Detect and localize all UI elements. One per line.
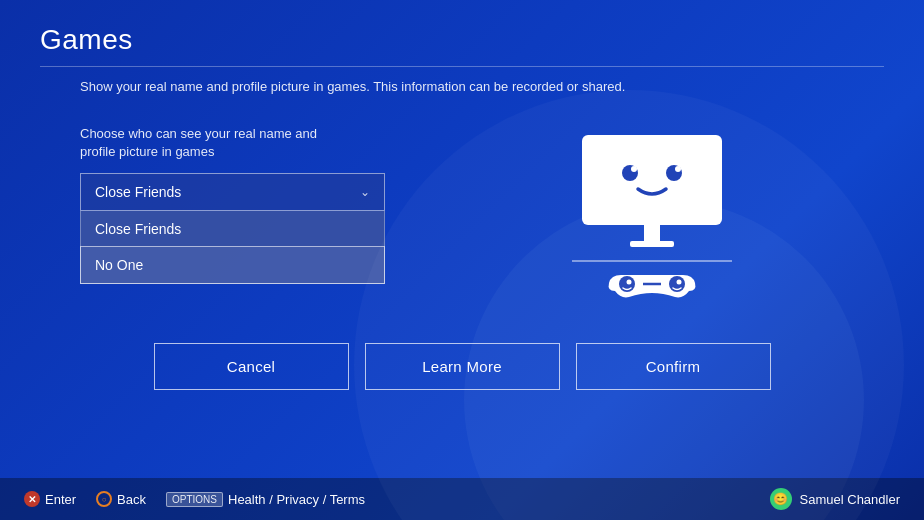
svg-point-11 bbox=[627, 279, 632, 284]
back-control: ○ Back bbox=[96, 491, 146, 507]
svg-rect-7 bbox=[644, 225, 660, 243]
select-value: Close Friends bbox=[95, 184, 181, 200]
illustration bbox=[460, 125, 844, 325]
options-button-icon: OPTIONS bbox=[166, 492, 223, 507]
footer: ✕ Enter ○ Back OPTIONS Health / Privacy … bbox=[0, 478, 924, 520]
select-container: Close Friends ⌄ Close Friends No One bbox=[80, 173, 400, 284]
user-info: 😊 Samuel Chandler bbox=[770, 488, 900, 510]
buttons-row: Cancel Learn More Confirm bbox=[0, 325, 924, 408]
svg-rect-8 bbox=[630, 241, 674, 247]
confirm-button[interactable]: Confirm bbox=[576, 343, 771, 390]
page-title: Games bbox=[0, 0, 924, 66]
dropdown-option-close-friends[interactable]: Close Friends bbox=[81, 211, 384, 247]
svg-point-14 bbox=[677, 279, 682, 284]
svg-point-3 bbox=[631, 166, 637, 172]
svg-rect-1 bbox=[592, 143, 712, 217]
chevron-down-icon: ⌄ bbox=[360, 185, 370, 199]
cross-button-icon: ✕ bbox=[24, 491, 40, 507]
select-dropdown: Close Friends No One bbox=[80, 211, 385, 284]
enter-control: ✕ Enter bbox=[24, 491, 76, 507]
form-section: Choose who can see your real name and pr… bbox=[80, 125, 400, 284]
back-label: Back bbox=[117, 492, 146, 507]
learn-more-button[interactable]: Learn More bbox=[365, 343, 560, 390]
form-label: Choose who can see your real name and pr… bbox=[80, 125, 400, 161]
dropdown-option-no-one[interactable]: No One bbox=[81, 247, 384, 283]
games-illustration bbox=[542, 125, 762, 325]
select-box[interactable]: Close Friends ⌄ bbox=[80, 173, 385, 211]
footer-controls: ✕ Enter ○ Back OPTIONS Health / Privacy … bbox=[24, 491, 365, 507]
cancel-button[interactable]: Cancel bbox=[154, 343, 349, 390]
options-control: OPTIONS Health / Privacy / Terms bbox=[166, 492, 365, 507]
user-name: Samuel Chandler bbox=[800, 492, 900, 507]
user-avatar: 😊 bbox=[770, 488, 792, 510]
enter-label: Enter bbox=[45, 492, 76, 507]
circle-button-icon: ○ bbox=[96, 491, 112, 507]
description-text: Show your real name and profile picture … bbox=[80, 77, 844, 97]
options-label: Health / Privacy / Terms bbox=[228, 492, 365, 507]
svg-point-5 bbox=[675, 166, 681, 172]
